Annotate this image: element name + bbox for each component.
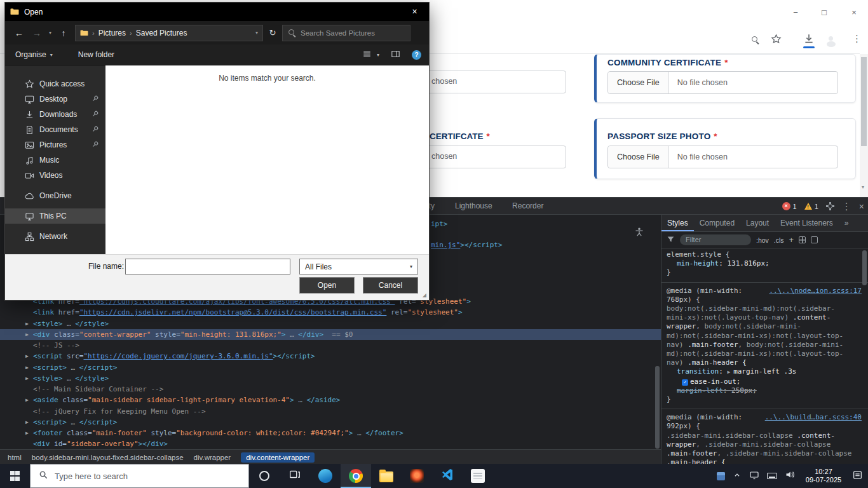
views-icon[interactable] bbox=[362, 50, 372, 60]
page-scrollbar[interactable]: ▾ bbox=[860, 54, 868, 197]
dom-tree-row[interactable]: ▶<script src="https://code.jquery.com/jq… bbox=[0, 351, 661, 362]
dom-tree-row-fragment[interactable]: ipt> bbox=[431, 220, 448, 228]
breadcrumb-item[interactable]: div.wrapper bbox=[194, 454, 231, 461]
help-icon[interactable]: ? bbox=[412, 50, 421, 60]
expand-arrow-icon[interactable]: ▶ bbox=[25, 351, 32, 362]
style-rule-line[interactable]: @media (min-width:..\..\node…ion.scss:17 bbox=[661, 287, 868, 295]
tab-recorder[interactable]: Recorder bbox=[503, 198, 552, 214]
file-input[interactable]: Choose File No file chosen bbox=[607, 71, 838, 94]
style-rule-line[interactable]: min-height: 131.816px; bbox=[661, 259, 868, 268]
sidebar-item-downloads[interactable]: Downloads bbox=[5, 107, 105, 122]
file-list-area[interactable]: No items match your search. bbox=[105, 65, 429, 254]
download-icon[interactable] bbox=[803, 33, 815, 47]
taskbar-chrome-button[interactable] bbox=[341, 464, 371, 488]
breadcrumb-item[interactable]: html bbox=[8, 454, 22, 461]
file-type-select[interactable]: All Files ▾ bbox=[299, 259, 418, 274]
dom-tree-row[interactable]: ▶<style> … </style> bbox=[0, 318, 661, 329]
sidebar-item-pictures[interactable]: Pictures bbox=[5, 137, 105, 152]
breadcrumb-item[interactable]: div.content-wrapper bbox=[241, 452, 315, 463]
sidebar-item-music[interactable]: Music bbox=[5, 152, 105, 168]
taskbar-app-orange-button[interactable] bbox=[402, 464, 432, 488]
style-rule-line[interactable]: 768px) { bbox=[661, 295, 868, 304]
file-name-input[interactable] bbox=[125, 259, 290, 274]
expand-arrow-icon[interactable]: ▶ bbox=[25, 318, 32, 329]
tab-layout[interactable]: Layout bbox=[740, 215, 775, 231]
style-rule-line[interactable]: @media (min-width:..\..\build…bar.scss:4… bbox=[661, 413, 868, 422]
styles-scrollbar-thumb[interactable] bbox=[862, 250, 867, 285]
open-button[interactable]: Open bbox=[299, 277, 355, 294]
expand-arrow-icon[interactable]: ▶ bbox=[25, 362, 32, 373]
choose-file-button[interactable]: Choose File bbox=[608, 72, 669, 93]
accessibility-person-icon[interactable] bbox=[634, 227, 644, 240]
page-scrollbar-thumb[interactable] bbox=[861, 57, 867, 146]
browser-menu-icon[interactable]: ⋮ bbox=[852, 33, 862, 44]
sidebar-item-documents[interactable]: Documents bbox=[5, 122, 105, 137]
breadcrumb-saved-pictures[interactable]: Saved Pictures bbox=[136, 29, 187, 37]
touch-keyboard-icon[interactable] bbox=[767, 473, 777, 479]
style-rule-line[interactable]: md):not(.sidebar-mini-xs):not(.layout-to… bbox=[661, 349, 868, 358]
taskbar-notepad-button[interactable] bbox=[463, 464, 493, 488]
window-maximize-button[interactable]: □ bbox=[815, 5, 833, 20]
style-rule-line[interactable]: 992px) { bbox=[661, 422, 868, 431]
dom-tree-row[interactable]: ▶<footer class="main-footer" style="back… bbox=[0, 428, 661, 438]
devtools-close-icon[interactable]: × bbox=[859, 201, 864, 212]
computed-panel-icon[interactable] bbox=[811, 236, 818, 243]
speaker-icon[interactable] bbox=[785, 470, 795, 482]
style-rule-line[interactable]: nav) .main-footer, body:not(.sidebar-min… bbox=[661, 341, 868, 349]
dom-tree-row[interactable]: <div id="sidebar-overlay"></div> bbox=[0, 438, 661, 449]
address-bar[interactable]: › Pictures › Saved Pictures ▾ bbox=[75, 25, 263, 41]
dialog-search-box[interactable]: Search Saved Pictures bbox=[282, 25, 410, 41]
dom-tree-row[interactable]: <!-- jQuery Fix for Keeping Menu Open --… bbox=[0, 406, 661, 417]
sidebar-item-quick-access[interactable]: Quick access bbox=[5, 76, 105, 92]
expand-arrow-icon[interactable]: ▶ bbox=[25, 417, 32, 428]
grid-toggle-icon[interactable] bbox=[799, 236, 806, 243]
taskbar-clock[interactable]: 10:27 09-07-2025 bbox=[803, 468, 844, 484]
hov-toggle[interactable]: :hov bbox=[756, 236, 769, 244]
style-rule-line[interactable]: body:not(.sidebar-mini-md):not(.sidebar- bbox=[661, 304, 868, 313]
tab-lighthouse[interactable]: Lighthouse bbox=[446, 198, 501, 214]
style-rule-line[interactable]: wrapper, body:not(.sidebar-mini- bbox=[661, 322, 868, 331]
forward-button[interactable]: → bbox=[28, 28, 46, 38]
breadcrumb-pictures[interactable]: Pictures bbox=[98, 29, 126, 37]
recent-locations-chevron[interactable]: ▾ bbox=[46, 30, 55, 36]
dom-tree-row[interactable]: <link href="https://cdn.jsdelivr.net/npm… bbox=[0, 307, 661, 318]
style-rule-line[interactable]: nav) .main-header { bbox=[661, 358, 868, 367]
style-rule-line[interactable]: .main-footer, .sidebar-mini.sidebar-coll… bbox=[661, 449, 868, 458]
expand-arrow-icon[interactable]: ▶ bbox=[25, 395, 32, 405]
tab-computed[interactable]: Computed bbox=[694, 215, 740, 231]
elements-scrollbar-thumb[interactable] bbox=[655, 366, 660, 449]
dom-tree-row[interactable]: ▶<style> … </style> bbox=[0, 373, 661, 384]
taskbar-vscode-button[interactable] bbox=[432, 464, 463, 488]
up-button[interactable]: ↑ bbox=[55, 28, 72, 38]
new-folder-button[interactable]: New folder bbox=[78, 50, 114, 59]
styles-filter-input[interactable]: Filter bbox=[680, 234, 751, 245]
back-button[interactable]: ← bbox=[10, 28, 28, 38]
cancel-button[interactable]: Cancel bbox=[363, 277, 418, 294]
dom-tree-row[interactable]: <!-- Main Sidebar Container --> bbox=[0, 384, 661, 395]
sidebar-item-onedrive[interactable]: OneDrive bbox=[5, 188, 105, 203]
style-rule-line[interactable]: ✓ease-in-out; bbox=[661, 377, 868, 386]
dialog-close-button[interactable]: × bbox=[400, 3, 429, 21]
taskbar-task-view-button[interactable] bbox=[280, 464, 310, 488]
sidebar-item-videos[interactable]: Videos bbox=[5, 168, 105, 183]
tab-styles[interactable]: Styles bbox=[661, 215, 694, 231]
dialog-title-bar[interactable]: Open × bbox=[5, 3, 429, 21]
resize-grip[interactable]: ◢ bbox=[423, 292, 426, 298]
style-rule-line[interactable]: } bbox=[661, 395, 868, 404]
window-close-button[interactable]: × bbox=[845, 5, 863, 20]
window-minimize-button[interactable]: − bbox=[787, 5, 804, 20]
start-button[interactable] bbox=[0, 464, 30, 488]
taskbar-cortana-button[interactable] bbox=[249, 464, 280, 488]
organise-button[interactable]: Organise bbox=[15, 50, 46, 59]
stylesheet-link[interactable]: ..\..\build…bar.scss:40 bbox=[765, 413, 862, 422]
devtools-menu-icon[interactable]: ⋮ bbox=[842, 201, 851, 212]
scrollbar-down-arrow[interactable]: ▾ bbox=[862, 184, 864, 190]
sidebar-item-this-pc[interactable]: This PC bbox=[5, 208, 105, 224]
network-icon[interactable] bbox=[749, 470, 759, 482]
breadcrumb-item[interactable]: body.sidebar-mini.layout-fixed.sidebar-c… bbox=[32, 454, 184, 461]
choose-file-button[interactable]: Choose File bbox=[608, 146, 669, 168]
action-center-icon[interactable] bbox=[852, 470, 863, 483]
refresh-icon[interactable]: ↻ bbox=[263, 28, 282, 37]
dom-tree-row-fragment[interactable]: min.js"></script> bbox=[431, 241, 503, 249]
taskbar-file-explorer-button[interactable] bbox=[371, 464, 402, 488]
